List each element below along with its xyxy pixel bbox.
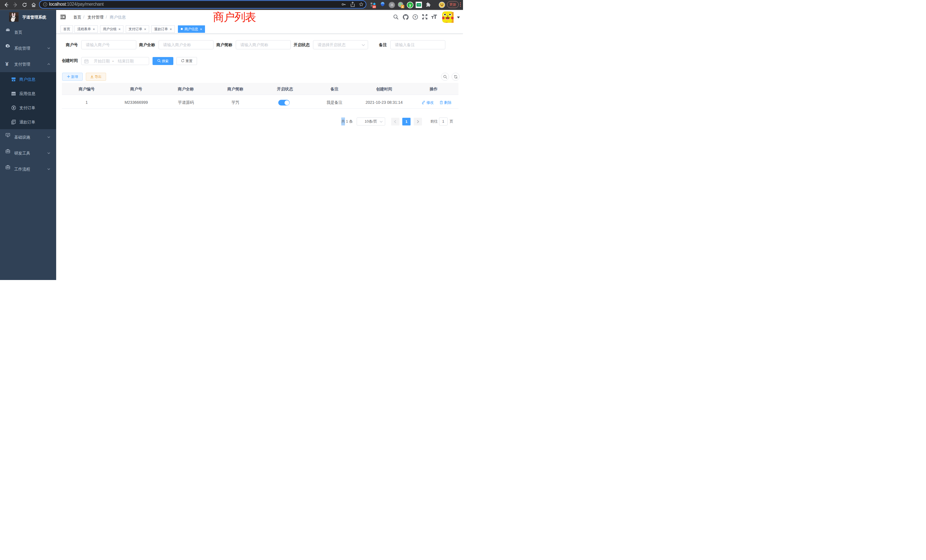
svg-text:10: 10 <box>373 5 375 8</box>
svg-text:y: y <box>409 3 411 7</box>
svg-text:⌘: ⌘ <box>390 3 394 7</box>
svg-text:?: ? <box>414 15 416 19</box>
svg-text:1: 1 <box>402 5 403 8</box>
